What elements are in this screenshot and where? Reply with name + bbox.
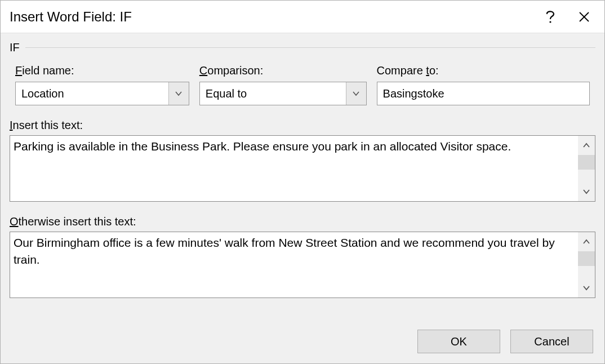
chevron-up-icon [582,143,590,148]
dialog-title: Insert Word Field: IF [10,9,533,25]
svg-point-0 [549,21,551,23]
help-button[interactable] [533,1,567,33]
chevron-up-icon [582,239,590,245]
compare-to-column: Compare to: Basingstoke [377,64,590,105]
close-button[interactable] [567,1,601,33]
ok-button[interactable]: OK [417,330,500,353]
field-name-value: Location [16,87,168,100]
field-name-dropdown-button[interactable] [168,82,189,105]
criteria-row: Field name: Location Comparison: Equal t… [10,64,595,105]
help-icon [545,9,555,25]
group-label: IF [10,41,24,54]
titlebar: Insert Word Field: IF [1,1,604,33]
compare-to-input[interactable]: Basingstoke [377,82,590,105]
otherwise-text-area[interactable]: Our Birmingham office is a few minutes' … [10,232,578,298]
scroll-thumb[interactable] [578,251,595,266]
scroll-down-button[interactable] [578,182,595,201]
scroll-up-button[interactable] [578,136,595,155]
field-name-column: Field name: Location [15,64,189,105]
insert-text-scrollbar[interactable] [578,136,595,201]
chevron-down-icon [582,189,590,194]
otherwise-text-label: Otherwise insert this text: [10,215,595,228]
comparison-value: Equal to [200,87,346,100]
cancel-button[interactable]: Cancel [510,330,593,353]
insert-text-area[interactable]: Parking is available in the Business Par… [10,136,578,201]
chevron-down-icon [175,91,183,96]
scroll-track [578,170,595,182]
otherwise-text-scrollbar[interactable] [578,232,595,298]
dialog-button-row: OK Cancel [10,317,595,353]
insert-text-label: Insert this text: [10,119,595,132]
comparison-column: Comparison: Equal to [199,64,367,105]
comparison-dropdown-button[interactable] [346,82,366,105]
compare-to-value: Basingstoke [383,87,444,100]
group-divider [25,47,595,48]
scroll-down-button[interactable] [578,278,595,298]
insert-text-area-wrap: Parking is available in the Business Par… [10,135,595,202]
close-icon [579,11,590,23]
field-name-combo[interactable]: Location [15,82,189,105]
comparison-combo[interactable]: Equal to [199,82,367,105]
comparison-label: Comparison: [199,64,367,77]
dialog-body: IF Field name: Location Comparison: [1,33,604,363]
otherwise-text-area-wrap: Our Birmingham office is a few minutes' … [10,232,595,298]
chevron-down-icon [352,91,360,96]
group-header: IF [10,41,595,54]
field-name-label: Field name: [15,64,189,77]
compare-to-label: Compare to: [377,64,590,77]
dialog-insert-word-field-if: Insert Word Field: IF IF Field name: Loc… [0,0,605,364]
scroll-track [578,266,595,278]
scroll-thumb[interactable] [578,155,595,170]
chevron-down-icon [582,285,590,291]
scroll-up-button[interactable] [578,232,595,251]
